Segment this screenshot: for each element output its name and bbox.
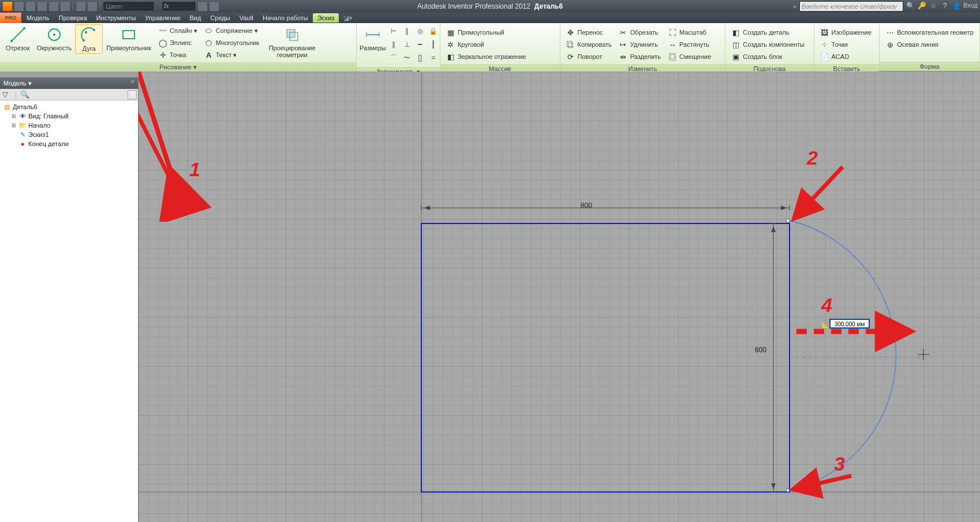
acad-button[interactable]: 📄ACAD bbox=[818, 51, 873, 62]
key-icon[interactable]: 🔑 bbox=[917, 2, 926, 11]
mirror-label: Зеркальное отражение bbox=[458, 53, 526, 60]
constraint-vertical-icon[interactable]: ┃ bbox=[428, 39, 439, 50]
panel-draw-title[interactable]: Рисование ▾ bbox=[0, 62, 356, 72]
qat-select-icon[interactable] bbox=[76, 1, 86, 12]
qat-extra2-icon[interactable] bbox=[209, 1, 219, 12]
tab-getstarted[interactable]: Начало работы bbox=[258, 14, 313, 21]
tree-eop[interactable]: ●Конец детали bbox=[2, 139, 136, 148]
line-button[interactable]: Отрезок bbox=[2, 24, 33, 53]
points-icon: ⁘ bbox=[820, 40, 829, 49]
offset-button[interactable]: ⿴Смещение bbox=[666, 51, 713, 62]
qat-save-icon[interactable] bbox=[37, 1, 47, 12]
constraint-fix-icon[interactable]: 🔒 bbox=[428, 25, 439, 37]
qat-update-icon[interactable] bbox=[87, 1, 98, 12]
tree-root[interactable]: ▥Деталь6 bbox=[2, 102, 136, 111]
circle-label: Окружность bbox=[36, 44, 72, 51]
login-button[interactable]: Вход bbox=[963, 2, 978, 11]
app-menu-icon[interactable] bbox=[2, 1, 13, 12]
tab-sketch[interactable]: Эскиз bbox=[313, 13, 339, 23]
svg-marker-17 bbox=[771, 483, 776, 489]
title-bar: Цвет fx Autodesk Inventor Professional 2… bbox=[0, 0, 980, 13]
tree-origin[interactable]: ⊞📁Начало bbox=[2, 121, 136, 130]
constraint-parallel-icon[interactable]: ∥ bbox=[388, 39, 399, 50]
project-geometry-button[interactable]: Проецирование геометрии bbox=[263, 24, 321, 59]
comm-icon[interactable]: ☆ bbox=[929, 2, 938, 11]
qat-new-icon[interactable] bbox=[14, 1, 24, 12]
constraint-collinear-icon[interactable]: ∥ bbox=[401, 25, 413, 37]
app-name: Autodesk Inventor Professional 2012 bbox=[417, 2, 530, 10]
stretch-button[interactable]: ↔Растянуть bbox=[666, 39, 713, 50]
scale-button[interactable]: ⛶Масштаб bbox=[666, 27, 713, 38]
constraint-concentric-icon[interactable]: ◎ bbox=[414, 25, 426, 37]
create-block-button[interactable]: ▣Создать блок bbox=[730, 51, 806, 62]
tree-sketch[interactable]: ✎Эскиз1 bbox=[2, 130, 136, 139]
trim-button[interactable]: ✂Обрезать bbox=[617, 27, 663, 38]
text-button[interactable]: AТекст ▾ bbox=[203, 49, 261, 61]
binoculars-icon[interactable]: 🔍 bbox=[906, 2, 915, 11]
tree-view[interactable]: ⊞👁Вид: Главный bbox=[2, 111, 136, 121]
tab-vault[interactable]: Vault bbox=[235, 14, 258, 21]
create-part-button[interactable]: ◧Создать деталь bbox=[730, 27, 806, 38]
constraint-smooth-icon[interactable]: 〜 bbox=[401, 52, 413, 64]
sketch-canvas[interactable]: 800 600 📐 300,000 мм 1 2 bbox=[139, 72, 980, 522]
dim-width-label[interactable]: 800 bbox=[581, 202, 592, 210]
text-icon: A bbox=[204, 50, 214, 59]
help-icon[interactable]: ? bbox=[940, 2, 949, 11]
color-override-input[interactable]: Цвет bbox=[103, 1, 155, 12]
fillet-button[interactable]: ⬭Сопряжение ▾ bbox=[203, 25, 261, 36]
browser-help-icon[interactable]: ? bbox=[128, 90, 137, 99]
rotate-button[interactable]: ⟳Поворот bbox=[564, 51, 614, 62]
tab-manage[interactable]: Управление bbox=[140, 14, 185, 21]
dim-height-label[interactable]: 600 bbox=[755, 346, 766, 354]
constraint-perpendicular-icon[interactable]: ⊥ bbox=[401, 39, 413, 50]
centerline-button[interactable]: ⊕Осевая линия bbox=[884, 39, 975, 50]
extend-button[interactable]: ↦Удлинить bbox=[617, 39, 663, 50]
constraint-tangent-icon[interactable]: ⌒ bbox=[388, 52, 399, 64]
create-components-button[interactable]: ◫Создать компоненты bbox=[730, 39, 806, 50]
arc-button[interactable]: Дуга bbox=[75, 24, 103, 54]
tab-environments[interactable]: Среды bbox=[205, 14, 234, 21]
construction-button[interactable]: ⋯Вспомогательная геометр bbox=[884, 27, 975, 38]
split-button[interactable]: ⇹Разделить bbox=[617, 51, 663, 62]
app-button[interactable]: PRO bbox=[0, 13, 22, 23]
constraint-horizontal-icon[interactable]: ━ bbox=[414, 39, 426, 50]
qat-undo-icon[interactable] bbox=[48, 1, 59, 12]
image-button[interactable]: 🖼Изображение bbox=[818, 27, 873, 38]
point-button[interactable]: ✛Точка bbox=[156, 49, 199, 61]
copy-button[interactable]: ⿻Копировать bbox=[564, 39, 614, 50]
constraint-equal-icon[interactable]: = bbox=[428, 52, 439, 64]
user-icon[interactable]: 👤 bbox=[952, 2, 961, 11]
constraint-symmetric-icon[interactable]: [] bbox=[414, 52, 426, 64]
browser-close-icon[interactable]: × bbox=[129, 79, 137, 87]
tab-view[interactable]: Вид bbox=[185, 14, 206, 21]
rect-array-button[interactable]: ▦Прямоугольный bbox=[444, 27, 528, 38]
tab-model[interactable]: Модель bbox=[22, 14, 54, 21]
rectangle-button[interactable]: Прямоугольник bbox=[103, 24, 155, 53]
find-icon[interactable]: 🔍 bbox=[20, 90, 29, 99]
spline-button[interactable]: 〰Сплайн ▾ bbox=[156, 25, 199, 36]
tab-tools[interactable]: Инструменты bbox=[92, 14, 141, 21]
tab-inspect[interactable]: Проверка bbox=[54, 14, 91, 21]
arc-radius-input[interactable]: 📐 300,000 мм bbox=[829, 319, 870, 329]
move-icon: ✥ bbox=[566, 28, 575, 37]
qat-open-icon[interactable] bbox=[25, 1, 36, 12]
fx-input[interactable]: fx bbox=[162, 1, 196, 12]
quick-access-toolbar: Цвет fx bbox=[0, 1, 219, 12]
mirror-button[interactable]: ◧Зеркальное отражение bbox=[444, 51, 528, 62]
qat-extra1-icon[interactable] bbox=[197, 1, 208, 12]
qat-redo-icon[interactable] bbox=[60, 1, 70, 12]
constraint-coincident-icon[interactable]: ⊢ bbox=[388, 25, 399, 37]
filter-icon[interactable]: ▽ bbox=[2, 90, 12, 99]
points-button[interactable]: ⁘Точки bbox=[818, 39, 873, 50]
tab-extra[interactable]: ◪▾ bbox=[339, 14, 357, 22]
dimension-button[interactable]: Размеры bbox=[359, 24, 387, 53]
polygon-button[interactable]: ⬠Многоугольник bbox=[203, 37, 261, 49]
search-input[interactable]: Введите ключевое слово/фразу bbox=[799, 1, 903, 12]
move-button[interactable]: ✥Перенос bbox=[564, 27, 614, 38]
browser-header[interactable]: Модель ▾ × ? bbox=[0, 77, 138, 89]
circ-array-button[interactable]: ✲Круговой bbox=[444, 39, 528, 50]
ellipse-button[interactable]: ◯Эллипс bbox=[156, 37, 199, 49]
circle-button[interactable]: Окружность bbox=[33, 24, 75, 53]
model-tree[interactable]: ▥Деталь6 ⊞👁Вид: Главный ⊞📁Начало ✎Эскиз1… bbox=[0, 100, 138, 522]
arc-icon bbox=[80, 26, 98, 44]
